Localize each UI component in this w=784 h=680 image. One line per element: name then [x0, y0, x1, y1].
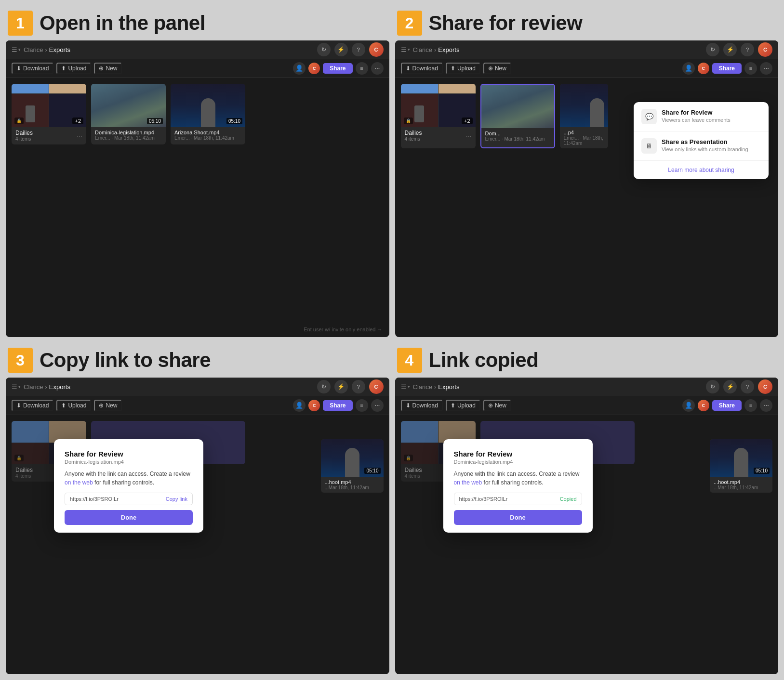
lightning-btn-3[interactable]: ⚡ [334, 380, 348, 393]
upload-btn-3[interactable]: ⬆ Upload [56, 400, 91, 411]
video-meta-dominica-2: Emer... · Mar 18th, 11:42am [485, 136, 550, 142]
more-icon-2[interactable]: ··· [760, 62, 772, 75]
lightning-btn-2[interactable]: ⚡ [723, 43, 737, 56]
share-presentation-item[interactable]: 🖥 Share as Presentation View-only links … [634, 131, 769, 161]
upload-icon-1: ⬆ [61, 65, 66, 72]
step-1-number: 1 [8, 11, 33, 36]
avatar-3: C [369, 379, 384, 394]
list-icon-3[interactable]: ≡ [356, 399, 368, 412]
new-btn-2[interactable]: ⊕ New [483, 63, 511, 74]
video-meta-partial-2: Emer... · Mar 18th, 11:42am [564, 135, 604, 146]
step-2-header: 2 Share for review [395, 6, 779, 40]
step-3-title: Copy link to share [40, 349, 211, 372]
video-thumb-dominica-1: 05:10 [91, 84, 166, 127]
folder-dots-dailies-1[interactable]: ··· [77, 132, 82, 140]
video-info-partial-2: ...p4 Emer... · Mar 18th, 11:42am [560, 127, 608, 148]
add-person-icon-2[interactable]: 👤 [682, 62, 695, 75]
nav-icon-1[interactable]: ☰▾ [12, 46, 21, 53]
title-bar-left-3: ☰▾ Clarice › Exports [12, 383, 313, 391]
toolbar-right-2: 👤 C Share ≡ ··· [682, 62, 772, 75]
share-for-review-item[interactable]: 💬 Share for Review Viewers can leave com… [634, 102, 769, 131]
nav-icon-4[interactable]: ☰▾ [401, 383, 410, 391]
new-btn-1[interactable]: ⊕ New [94, 63, 122, 74]
toolbar-3: ⬇ Download ⬆ Upload ⊕ New 👤 C Share ≡ ··… [6, 396, 389, 415]
share-btn-2[interactable]: Share [712, 63, 742, 74]
list-icon-2[interactable]: ≡ [744, 62, 757, 75]
folder-meta-dailies-1: 4 items [15, 136, 33, 142]
add-person-icon-3[interactable]: 👤 [293, 399, 306, 412]
help-btn-2[interactable]: ? [741, 43, 754, 56]
video-info-arizona-1: Arizona Shoot.mp4 Emer... · Mar 18th, 11… [171, 127, 245, 143]
download-btn-3[interactable]: ⬇ Download [12, 400, 53, 411]
refresh-btn-2[interactable]: ↻ [706, 43, 719, 56]
modal-done-btn-4[interactable]: Done [454, 510, 582, 525]
download-btn-1[interactable]: ⬇ Download [12, 63, 53, 74]
upload-btn-4[interactable]: ⬆ Upload [446, 400, 480, 411]
new-btn-3[interactable]: ⊕ New [94, 400, 122, 411]
toolbar-2: ⬇ Download ⬆ Upload ⊕ New 👤 C Share ≡ ··… [395, 59, 779, 78]
share-review-icon: 💬 [641, 109, 657, 124]
list-icon-1[interactable]: ≡ [356, 62, 368, 75]
plus-icon-3: ⊕ [99, 402, 104, 409]
video-meta-dominica-1: Emer... · Mar 18th, 11:42am [95, 135, 162, 141]
upload-btn-1[interactable]: ⬆ Upload [56, 63, 91, 74]
help-btn-1[interactable]: ? [352, 43, 365, 56]
folder-name-dailies-1: Dailies [15, 130, 33, 136]
modal-link-row-3: https://f.io/3PSROILr Copy link [65, 493, 193, 505]
video-dominica-1[interactable]: 05:10 Dominica-legislation.mp4 Emer... ·… [91, 84, 166, 144]
copy-link-btn-3[interactable]: Copy link [166, 496, 187, 502]
side-video-3[interactable]: 05:10 ...hoot.mp4 ...Mar 18th, 11:42am [321, 439, 384, 493]
title-bar-right-1: ↻ ⚡ ? C [317, 42, 384, 57]
help-btn-3[interactable]: ? [352, 380, 365, 393]
share-btn-3[interactable]: Share [323, 400, 352, 411]
video-partial-2[interactable]: 05:10 ...p4 Emer... · Mar 18th, 11:42am [560, 84, 608, 148]
download-btn-4[interactable]: ⬇ Download [401, 400, 443, 411]
add-person-icon-4[interactable]: 👤 [682, 399, 695, 412]
footer-hint-1: Ent user w/ invite only enabled → [304, 327, 382, 332]
title-bar-left-4: ☰▾ Clarice › Exports [401, 383, 703, 391]
refresh-btn-4[interactable]: ↻ [706, 380, 719, 393]
lightning-btn-4[interactable]: ⚡ [723, 380, 737, 393]
refresh-btn-3[interactable]: ↻ [317, 380, 331, 393]
more-icon-3[interactable]: ··· [371, 399, 384, 412]
lightning-btn-1[interactable]: ⚡ [334, 43, 348, 56]
step-1-title: Open in the panel [40, 12, 205, 35]
side-thumbs-3: 05:10 ...hoot.mp4 ...Mar 18th, 11:42am [321, 439, 384, 493]
refresh-btn-1[interactable]: ↻ [317, 43, 331, 56]
share-btn-1[interactable]: Share [323, 63, 352, 74]
modal-web-link-4[interactable]: on the web [454, 479, 482, 486]
plus-icon-1: ⊕ [99, 65, 104, 72]
side-video-4[interactable]: 05:10 ...hoot.mp4 ...Mar 18th, 11:42am [710, 439, 772, 493]
help-btn-4[interactable]: ? [741, 380, 754, 393]
lock-badge-1: 🔒 [14, 118, 24, 124]
avatar-1: C [369, 42, 384, 57]
modal-4-container: Share for Review Dominica-legislation.mp… [443, 439, 593, 533]
folder-info-dailies-2: Dailies 4 items ··· [401, 127, 476, 144]
more-icon-4[interactable]: ··· [760, 399, 772, 412]
more-icon-1[interactable]: ··· [371, 62, 384, 75]
nav-icon-2[interactable]: ☰▾ [401, 46, 410, 53]
side-meta-4: ...Mar 18th, 11:42am [714, 485, 769, 490]
side-silhouette-3 [345, 448, 359, 477]
folder-dailies-2[interactable]: +2 🔒 Dailies 4 items ··· [401, 84, 476, 148]
new-btn-4[interactable]: ⊕ New [483, 400, 511, 411]
folder-dailies-1[interactable]: +2 🔒 Dailies 4 items ··· [12, 84, 86, 144]
nav-icon-3[interactable]: ☰▾ [12, 383, 21, 391]
title-bar-right-4: ↻ ⚡ ? C [706, 379, 772, 394]
video-arizona-1[interactable]: 05:10 Arizona Shoot.mp4 Emer... · Mar 18… [171, 84, 245, 144]
panel-1: 1 Open in the panel ☰▾ Clarice › Exports… [6, 6, 389, 337]
share-review-title: Share for Review [662, 109, 731, 116]
download-icon-4: ⬇ [406, 402, 411, 409]
modal-done-btn-3[interactable]: Done [65, 510, 193, 525]
learn-more-link[interactable]: Learn more about sharing [634, 161, 769, 179]
share-btn-4[interactable]: Share [712, 400, 742, 411]
video-dominica-2[interactable]: Dom... Emer... · Mar 18th, 11:42am [480, 84, 555, 148]
folder-dots-dailies-2[interactable]: ··· [466, 132, 472, 140]
share-presentation-text: Share as Presentation View-only links wi… [662, 138, 748, 152]
upload-btn-2[interactable]: ⬆ Upload [446, 63, 480, 74]
list-icon-4[interactable]: ≡ [744, 399, 757, 412]
download-btn-2[interactable]: ⬇ Download [401, 63, 443, 74]
add-person-icon-1[interactable]: 👤 [293, 62, 306, 75]
toolbar-4: ⬇ Download ⬆ Upload ⊕ New 👤 C Share ≡ ··… [395, 396, 779, 415]
modal-web-link-3[interactable]: on the web [65, 479, 93, 486]
